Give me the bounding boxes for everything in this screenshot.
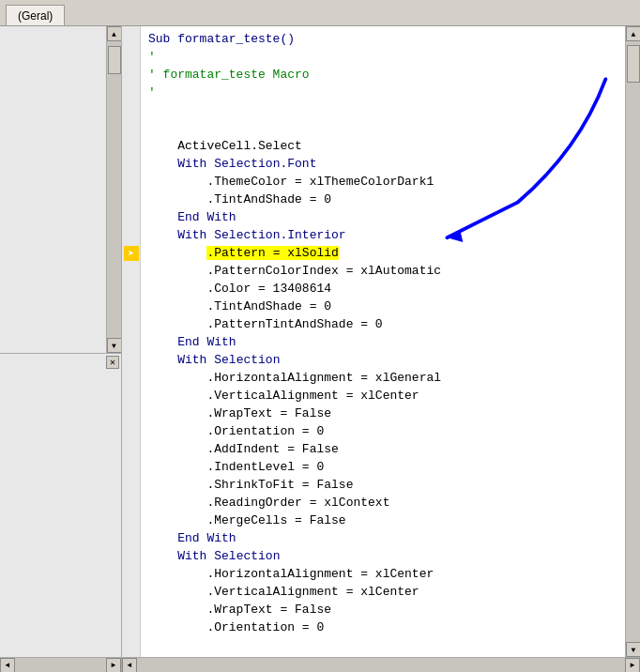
code-line: .Pattern = xlSolid [148, 244, 617, 262]
code-line: .MergeCells = False [148, 512, 617, 529]
code-scroll-area: ➤ Sub formatar_teste()'' formatar_teste … [122, 26, 640, 657]
code-line: .PatternColorIndex = xlAutomatic [148, 262, 617, 280]
scroll-track-code-h [137, 658, 625, 673]
scroll-up-btn[interactable]: ▲ [107, 26, 122, 41]
code-line: .HorizontalAlignment = xlGeneral [148, 369, 617, 387]
left-content-area [0, 354, 121, 657]
scroll-code-left-btn[interactable]: ◄ [122, 658, 137, 673]
code-line: .Orientation = 0 [148, 619, 617, 636]
scrollbar-horizontal-left[interactable]: ◄ ► [0, 657, 121, 672]
scrollbar-horizontal-code[interactable]: ◄ ► [122, 657, 640, 672]
code-line: ' [148, 48, 617, 66]
code-line: .HorizontalAlignment = xlCenter [148, 565, 617, 583]
scroll-track-right [626, 41, 640, 642]
code-line: .TintAndShade = 0 [148, 298, 617, 315]
code-line: With Selection.Interior [148, 226, 617, 244]
code-line: End With [148, 208, 617, 226]
scrollbar-vertical-left[interactable]: ▲ ▼ [106, 26, 121, 353]
code-line: .ShrinkToFit = False [148, 476, 617, 494]
scroll-track [107, 41, 122, 338]
scroll-down-right-btn[interactable]: ▼ [626, 642, 640, 657]
code-line: .ThemeColor = xlThemeColorDark1 [148, 173, 617, 191]
code-line: .WrapText = False [148, 601, 617, 619]
left-panel-top: ▲ ▼ [0, 26, 121, 353]
left-panel: ▲ ▼ ✕ ◄ ► [0, 26, 122, 672]
code-line: .ReadingOrder = xlContext [148, 494, 617, 512]
code-line: With Selection [148, 547, 617, 565]
code-line [148, 101, 617, 119]
scroll-thumb-right[interactable] [627, 45, 640, 83]
code-line: End With [148, 333, 617, 351]
scroll-code-right-btn[interactable]: ► [625, 658, 640, 673]
tab-bar: (Geral) [0, 0, 640, 26]
scroll-left-btn[interactable]: ◄ [0, 658, 15, 673]
code-line: .Color = 13408614 [148, 280, 617, 298]
code-line: ActiveCell.Select [148, 137, 617, 155]
code-line: .AddIndent = False [148, 440, 617, 458]
code-line: .IndentLevel = 0 [148, 458, 617, 476]
code-line: .Orientation = 0 [148, 422, 617, 440]
code-line: .PatternTintAndShade = 0 [148, 315, 617, 333]
code-line: .WrapText = False [148, 405, 617, 422]
scroll-right-btn[interactable]: ► [106, 658, 121, 673]
scrollbar-vertical-right[interactable]: ▲ ▼ [625, 26, 640, 657]
gutter: ➤ [122, 26, 141, 657]
code-line: ' formatar_teste Macro [148, 66, 617, 84]
scroll-up-right-btn[interactable]: ▲ [626, 26, 640, 41]
code-line: End With [148, 529, 617, 547]
gutter-marker: ➤ [124, 246, 139, 261]
code-line: With Selection [148, 351, 617, 369]
code-line: .TintAndShade = 0 [148, 191, 617, 208]
code-panel: ➤ Sub formatar_teste()'' formatar_teste … [122, 26, 640, 672]
tab-geral[interactable]: (Geral) [6, 5, 65, 25]
left-panel-bottom: ✕ ◄ ► [0, 353, 121, 672]
code-line: .VerticalAlignment = xlCenter [148, 583, 617, 601]
main-area: ▲ ▼ ✕ ◄ ► [0, 26, 640, 672]
code-line: With Selection.Font [148, 155, 617, 173]
code-line [148, 119, 617, 137]
scroll-down-btn[interactable]: ▼ [107, 338, 122, 353]
code-line: Sub formatar_teste() [148, 30, 617, 48]
scroll-thumb[interactable] [108, 46, 121, 74]
scroll-track-h [15, 658, 106, 673]
main-window: (Geral) ▲ ▼ ✕ ◄ ► [0, 0, 640, 672]
code-content[interactable]: Sub formatar_teste()'' formatar_teste Ma… [141, 26, 625, 657]
code-line: ' [148, 84, 617, 101]
code-line: .VerticalAlignment = xlCenter [148, 387, 617, 405]
